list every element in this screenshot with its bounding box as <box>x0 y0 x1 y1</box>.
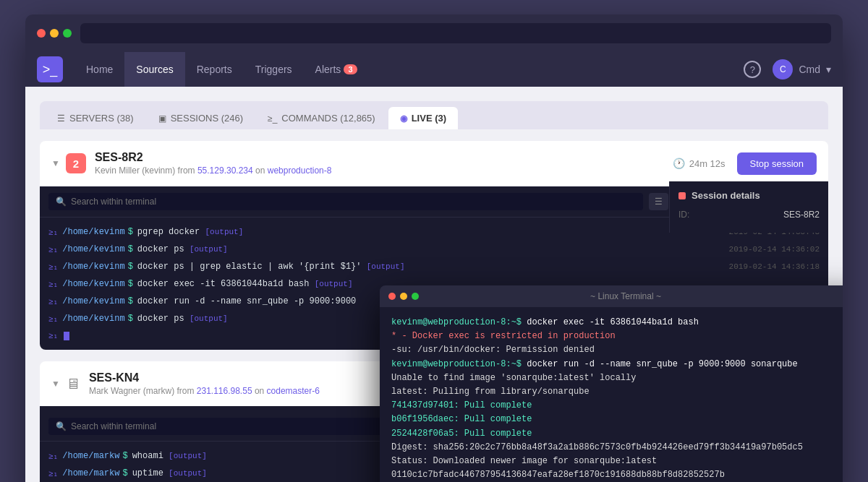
linux-terminal-popup: ~ Linux Terminal ~ kevinm@webproduction-… <box>380 285 843 482</box>
prompt-icon: ≥₁ <box>48 297 58 306</box>
tabs-bar: ☰ SERVERS (38) ▣ SESSIONS (246) ≥_ COMMA… <box>40 101 828 129</box>
cmd-text: docker ps | grep elastic | awk '{print $… <box>137 262 729 272</box>
tab-live[interactable]: ◉ LIVE (3) <box>388 107 458 129</box>
collapse-button-1[interactable]: ▼ <box>51 158 60 168</box>
list-item: Unable to find image 'sonarqube:latest' … <box>391 371 843 385</box>
list-item: 741437d97401: Pull complete <box>391 399 843 413</box>
session-server-2[interactable]: codemaster-6 <box>267 386 320 396</box>
tab-sessions[interactable]: ▣ SESSIONS (246) <box>147 107 255 129</box>
cmd-path: /home/kevinm <box>62 296 124 306</box>
popup-traffic-lights <box>388 293 419 300</box>
session-timer-1: 🕐 24m 12s <box>673 158 726 169</box>
traffic-lights <box>37 29 72 38</box>
help-button[interactable]: ? <box>744 61 761 78</box>
maximize-button[interactable] <box>63 29 72 38</box>
popup-titlebar: ~ Linux Terminal ~ <box>380 285 843 307</box>
list-item: 2524428f06a5: Pull complete <box>391 427 843 441</box>
list-item: kevinm@webproduction-8:~$ docker exec -i… <box>391 316 843 330</box>
status-dot <box>678 192 686 199</box>
dollar-sign: $ <box>128 227 133 237</box>
prompt-icon: ≥₁ <box>48 262 58 272</box>
close-button[interactable] <box>37 29 46 38</box>
details-title: Session details <box>692 190 760 201</box>
minimize-button[interactable] <box>50 29 59 38</box>
id-label: ID: <box>678 210 689 220</box>
cursor <box>64 332 69 340</box>
collapse-button-2[interactable]: ▼ <box>51 379 60 389</box>
search-input-1[interactable] <box>71 197 636 207</box>
session-header-1: ▼ 2 SES-8R2 Kevin Miller (kevinm) from 5… <box>40 141 828 186</box>
chevron-down-icon: ▾ <box>826 64 831 75</box>
table-row: ≥₁ /home/kevinm $ docker ps | grep elast… <box>40 258 828 275</box>
prompt-icon: ≥₁ <box>48 314 58 324</box>
session-server-1[interactable]: webproduction-8 <box>268 165 332 176</box>
app-logo: >_ <box>37 56 63 82</box>
cmd-timestamp: 2019-02-14 14:36:02 <box>729 245 820 254</box>
prompt-icon: ≥₁ <box>48 245 58 254</box>
session-badge-1: 2 <box>66 153 86 173</box>
sessions-icon: ▣ <box>158 113 166 124</box>
main-content: ☰ SERVERS (38) ▣ SESSIONS (246) ≥_ COMMA… <box>25 87 843 482</box>
sidebar-item-triggers[interactable]: Triggers <box>244 52 304 87</box>
list-item: * - Docker exec is restricted in product… <box>391 330 843 343</box>
search-icon: 🔍 <box>56 197 67 207</box>
alerts-badge: 3 <box>344 64 357 74</box>
popup-title: ~ Linux Terminal ~ <box>590 291 661 301</box>
popup-content: kevinm@webproduction-8:~$ docker exec -i… <box>380 307 843 482</box>
id-value: SES-8R2 <box>783 210 820 220</box>
dollar-sign: $ <box>128 279 133 289</box>
cmd-path: /home/kevinm <box>62 244 124 254</box>
details-header: Session details <box>678 190 820 201</box>
dollar-sign: $ <box>122 451 127 461</box>
prompt-icon: ≥₁ <box>48 280 58 289</box>
dollar-sign: $ <box>128 296 133 306</box>
avatar: C <box>773 59 793 79</box>
cmd-path: /home/kevinm <box>62 262 124 272</box>
session-details-panel: Session details ID: SES-8R2 <box>669 181 828 233</box>
app-content: >_ Home Sources Reports Triggers Alerts … <box>25 52 843 482</box>
session-info-1: SES-8R2 Kevin Miller (kevinm) from 55.12… <box>95 151 673 176</box>
dollar-sign: $ <box>128 262 133 272</box>
list-item: b06f1956daec: Pull complete <box>391 413 843 426</box>
cmd-path: /home/kevinm <box>62 314 124 324</box>
session-card-1: ▼ 2 SES-8R2 Kevin Miller (kevinm) from 5… <box>40 141 828 350</box>
cmd-path: /home/markw <box>62 451 119 461</box>
nav-bar: >_ Home Sources Reports Triggers Alerts … <box>25 52 843 87</box>
list-item: Status: Downloaded newer image for sonar… <box>391 455 843 468</box>
commands-icon: ≥_ <box>268 113 277 124</box>
sidebar-item-alerts[interactable]: Alerts 3 <box>304 52 369 87</box>
session-ip-2[interactable]: 231.116.98.55 <box>197 386 252 396</box>
popup-minimize[interactable] <box>400 293 407 300</box>
nav-items: Home Sources Reports Triggers Alerts 3 <box>75 52 744 87</box>
tab-servers[interactable]: ☰ SERVERS (38) <box>46 107 145 129</box>
sidebar-item-home[interactable]: Home <box>75 52 124 87</box>
address-bar[interactable] <box>80 23 831 43</box>
user-menu[interactable]: C Cmd ▾ <box>773 59 831 79</box>
prompt-icon: ≥₁ <box>48 228 58 237</box>
dollar-sign: $ <box>128 244 133 254</box>
popup-maximize[interactable] <box>412 293 419 300</box>
tab-commands[interactable]: ≥_ COMMANDS (12,865) <box>256 107 387 129</box>
browser-window: >_ Home Sources Reports Triggers Alerts … <box>25 14 843 482</box>
details-id-row: ID: SES-8R2 <box>678 210 820 220</box>
sidebar-item-reports[interactable]: Reports <box>185 52 244 87</box>
prompt-icon: ≥₁ <box>48 331 58 340</box>
browser-chrome <box>25 14 843 52</box>
session-meta-1: Kevin Miller (kevinm) from 55.129.30.234… <box>95 165 673 176</box>
list-item: latest: Pulling from library/sonarqube <box>391 385 843 399</box>
sidebar-item-sources[interactable]: Sources <box>124 52 184 87</box>
clock-icon: 🕐 <box>673 158 685 169</box>
cmd-path: /home/kevinm <box>62 227 124 237</box>
terminal-search-1[interactable]: 🔍 <box>48 193 643 210</box>
session-ip-1[interactable]: 55.129.30.234 <box>197 165 253 176</box>
cmd-path: /home/kevinm <box>62 279 124 289</box>
table-row: ≥₁ /home/kevinm $ docker ps [output] 201… <box>40 241 828 258</box>
popup-close[interactable] <box>388 293 396 300</box>
prompt-icon: ≥₁ <box>48 452 58 461</box>
list-view-button[interactable]: ☰ <box>649 193 668 210</box>
list-item: 0110c1c7bfadc446787954136847eafa28ef1870… <box>391 468 843 482</box>
search-icon: 🔍 <box>56 421 67 431</box>
cmd-path: /home/markw <box>62 468 119 478</box>
live-icon: ◉ <box>400 113 407 124</box>
stop-session-button-1[interactable]: Stop session <box>737 152 817 175</box>
